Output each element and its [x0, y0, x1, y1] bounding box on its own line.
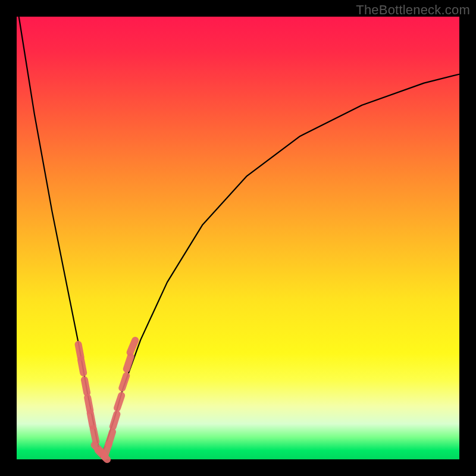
sample-marker	[122, 375, 126, 388]
sample-marker	[113, 414, 117, 427]
sample-marker	[109, 432, 113, 444]
sample-marker	[79, 345, 81, 358]
sample-marker	[93, 428, 96, 441]
chart-frame: TheBottleneck.com	[0, 0, 476, 476]
watermark-text: TheBottleneck.com	[356, 2, 470, 18]
sample-marker	[81, 360, 83, 373]
sample-marker	[117, 396, 121, 408]
sample-marker	[90, 413, 93, 426]
sample-marker	[130, 340, 136, 352]
chart-svg	[0, 0, 476, 476]
sample-marker	[127, 356, 131, 369]
sample-marker	[84, 380, 87, 393]
sample-marker	[87, 397, 90, 411]
marker-layer	[79, 340, 136, 459]
